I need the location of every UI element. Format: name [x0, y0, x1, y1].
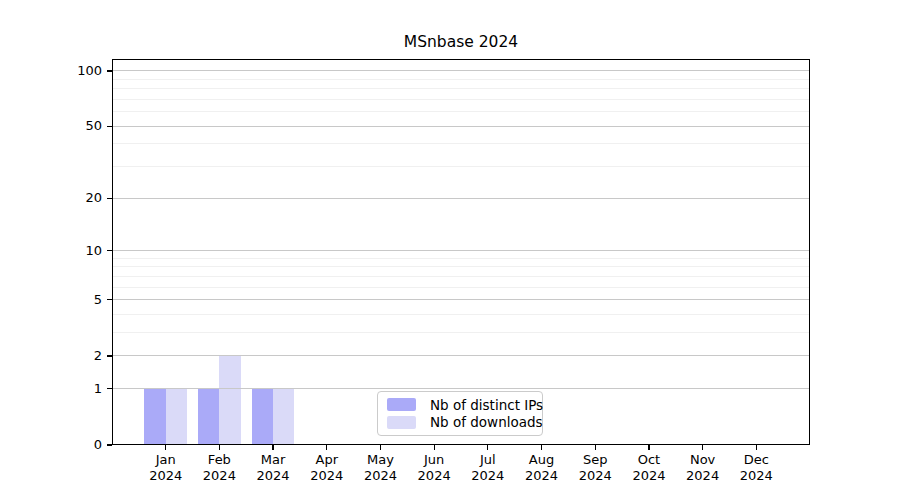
x-tick-mark — [326, 445, 327, 450]
x-tick-mark — [165, 445, 166, 450]
axis-frame — [112, 59, 810, 445]
y-tick-label: 50 — [85, 118, 102, 134]
legend-swatch-downloads — [387, 416, 416, 429]
x-tick-mark — [487, 445, 488, 450]
legend-swatch-distinct-ips — [387, 398, 416, 411]
y-tick-label: 5 — [94, 292, 102, 308]
chart-title: MSnbase 2024 — [112, 33, 810, 51]
y-tick-label: 1 — [94, 381, 102, 397]
y-tick-label: 0 — [94, 437, 102, 453]
x-tick-mark — [380, 445, 381, 450]
legend-item-downloads: Nb of downloads — [387, 414, 533, 432]
plot-area: Nb of distinct IPs Nb of downloads — [112, 59, 810, 445]
x-tick-mark — [756, 445, 757, 450]
x-tick-month: Dec — [724, 452, 788, 468]
x-tick-mark — [219, 445, 220, 450]
legend-label-downloads: Nb of downloads — [430, 414, 543, 430]
x-tick-mark — [595, 445, 596, 450]
legend-item-distinct-ips: Nb of distinct IPs — [387, 396, 533, 414]
legend: Nb of distinct IPs Nb of downloads — [377, 391, 543, 436]
x-tick-mark — [272, 445, 273, 450]
x-tick-mark — [702, 445, 703, 450]
x-tick-year: 2024 — [724, 468, 788, 484]
x-tick-mark — [648, 445, 649, 450]
y-axis: 0125102050100 — [0, 59, 112, 445]
y-tick-label: 20 — [85, 190, 102, 206]
x-tick-label: Dec2024 — [724, 452, 788, 483]
y-tick-label: 100 — [77, 63, 102, 79]
y-tick-label: 10 — [85, 243, 102, 259]
y-tick-label: 2 — [94, 348, 102, 364]
x-axis: Jan2024Feb2024Mar2024Apr2024May2024Jun20… — [112, 445, 810, 495]
chart-canvas: MSnbase 2024 Nb of distinct IPs Nb of do… — [0, 0, 900, 500]
x-tick-mark — [434, 445, 435, 450]
x-tick-mark — [541, 445, 542, 450]
legend-label-distinct-ips: Nb of distinct IPs — [430, 397, 543, 413]
